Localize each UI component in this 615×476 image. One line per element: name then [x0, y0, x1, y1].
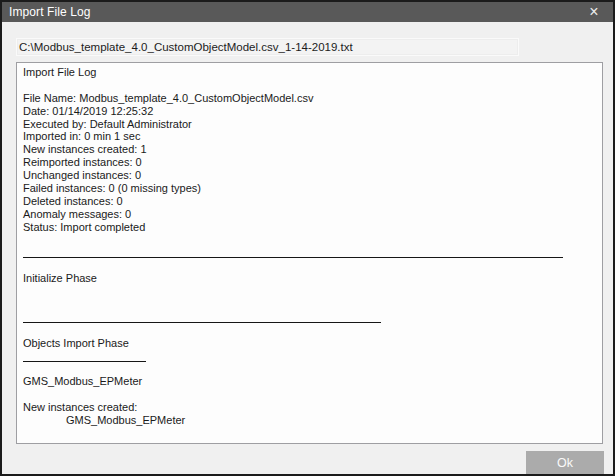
log-line: [23, 388, 594, 401]
log-separator-line: [23, 350, 594, 363]
log-line: Objects Import Phase: [23, 337, 594, 350]
log-line: GMS_Modbus_EPMeter: [23, 375, 594, 388]
import-file-log-dialog: Import File Log × C:\Modbus_template_4.0…: [0, 0, 615, 476]
log-line: Deleted instances: 0: [23, 195, 594, 208]
log-text-area[interactable]: Import File LogFile Name: Modbus_templat…: [16, 62, 603, 444]
ok-button[interactable]: Ok: [526, 451, 604, 475]
log-line: [23, 259, 594, 272]
window-title: Import File Log: [9, 2, 91, 22]
file-path-field[interactable]: C:\Modbus_template_4.0_CustomObjectModel…: [16, 38, 519, 56]
close-icon[interactable]: ×: [581, 2, 607, 22]
log-line: Failed instances: 0 (0 missing types): [23, 182, 594, 195]
log-line: [23, 79, 594, 92]
log-line: GMS_Modbus_EPMeter: [23, 414, 594, 427]
log-lines: Import File LogFile Name: Modbus_templat…: [23, 66, 594, 427]
log-line: New instances created:: [23, 401, 594, 414]
log-line: Date: 01/14/2019 12:25:32: [23, 105, 594, 118]
log-line: [23, 298, 594, 311]
log-line: Initialize Phase: [23, 272, 594, 285]
log-line: Imported in: 0 min 1 sec: [23, 130, 594, 143]
log-line: [23, 324, 594, 337]
log-line: Executed by: Default Administrator: [23, 118, 594, 131]
log-line: Anomaly messages: 0: [23, 208, 594, 221]
log-separator-line: [23, 311, 594, 324]
log-line: [23, 285, 594, 298]
log-line: Status: Import completed: [23, 221, 594, 234]
log-line: New instances created: 1: [23, 143, 594, 156]
log-line: Reimported instances: 0: [23, 156, 594, 169]
log-line: Unchanged instances: 0: [23, 169, 594, 182]
log-line: Import File Log: [23, 66, 594, 79]
file-path-text: C:\Modbus_template_4.0_CustomObjectModel…: [19, 41, 353, 53]
log-line: [23, 234, 594, 247]
log-line: [23, 362, 594, 375]
log-separator-line: [23, 246, 594, 259]
title-bar[interactable]: Import File Log ×: [2, 2, 613, 22]
log-line: File Name: Modbus_template_4.0_CustomObj…: [23, 92, 594, 105]
